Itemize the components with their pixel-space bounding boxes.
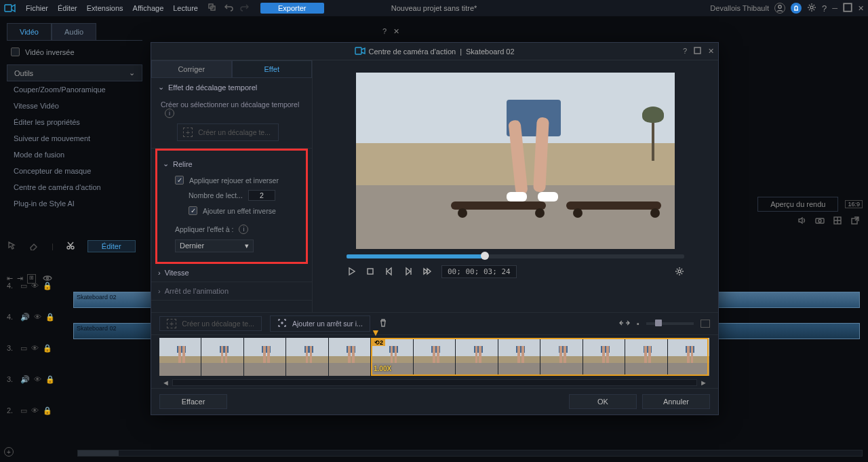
eye-icon[interactable]: 👁 [34,375,41,384]
select-icon[interactable] [7,241,16,252]
tab-effet[interactable]: Effet [232,60,313,78]
user-name: Devallois Thibault [710,4,769,12]
popout-icon[interactable] [850,216,860,227]
tool-aistyle[interactable]: Plug-in de Style AI [7,195,142,212]
tool-actioncam[interactable]: Centre de caméra d'action [7,179,142,195]
section-timeshift[interactable]: ⌄Effet de décalage temporel [151,78,312,96]
collapse-right-icon[interactable]: ⇥ [17,274,23,283]
replay-apply-checkbox[interactable] [175,176,184,185]
stop-icon[interactable] [366,267,375,277]
tool-blend[interactable]: Mode de fusion [7,147,142,163]
export-button[interactable]: Exporter [260,3,324,14]
aspect-badge[interactable]: 16:9 [845,200,863,208]
scrub-bar[interactable] [347,254,684,258]
prev-frame-icon[interactable] [384,267,394,277]
panel-help-icon[interactable]: ? [382,27,387,36]
cut-icon[interactable] [66,241,75,252]
tool-track[interactable]: Suiveur de mouvement [7,130,142,147]
video-track-icon: ▭ [20,406,27,415]
thumbnail-strip[interactable] [159,338,710,376]
layers-icon[interactable] [208,3,217,14]
replay-count-field[interactable]: 2 [248,190,275,201]
menu-view[interactable]: Affichage [133,4,164,12]
add-freeze-button[interactable]: Ajouter un arrêt sur i... [270,315,370,332]
apply-to-select[interactable]: Dernier▾ [175,239,254,252]
scroll-left-icon[interactable]: ◄ [159,379,172,387]
info-icon[interactable]: i [165,109,174,118]
cancel-button[interactable]: Annuler [642,394,710,409]
chevron-down-icon: ⌄ [163,159,169,168]
reverse-effect-checkbox[interactable] [189,206,197,215]
lock-icon[interactable]: 🔒 [45,375,55,384]
tab-corriger[interactable]: Corriger [151,60,232,78]
play-icon[interactable] [347,267,356,277]
collapse-left-icon[interactable]: ⇤ [7,274,13,283]
grid-icon[interactable] [833,216,842,227]
redo-icon[interactable] [240,3,250,14]
help-icon[interactable]: ? [822,3,827,14]
create-timeshift-button[interactable]: +Créer un décalage te... [177,123,279,141]
apply-to-label: Appliquer l'effet à : [175,225,233,233]
minimize-icon[interactable]: ─ [832,4,837,12]
timecode[interactable]: 00; 00; 03; 24 [441,265,517,278]
eye-row-icon[interactable] [43,274,52,284]
dialog-max-icon[interactable] [694,47,701,56]
timeline-scrollbar[interactable] [77,450,863,457]
bell-icon[interactable] [791,3,802,14]
lock-icon[interactable]: 🔒 [45,313,55,322]
tools-header[interactable]: Outils ⌄ [7,64,142,81]
tool-mask[interactable]: Concepteur de masque [7,163,142,179]
tab-video[interactable]: Vidéo [7,23,52,40]
render-preview-button[interactable]: Aperçu du rendu [757,197,838,212]
user-icon[interactable] [774,3,785,14]
dialog-logo-icon [355,47,366,56]
eye-icon[interactable]: 👁 [31,406,39,415]
menu-edit[interactable]: Éditer [58,4,77,12]
section-freeze[interactable]: ›Arrêt de l'animation [151,282,312,300]
fit-icon[interactable] [619,319,630,328]
scrub-thumb[interactable] [481,252,489,260]
create-shift-button-2[interactable]: +Créer un décalage te... [159,316,262,331]
volume-icon[interactable] [797,216,807,227]
menu-play[interactable]: Lecture [173,4,198,12]
lock-icon[interactable]: 🔒 [43,344,52,353]
zoom-out-icon[interactable]: ▪ [637,320,639,328]
zoom-fit-icon[interactable] [701,320,710,328]
svg-rect-5 [844,3,851,11]
section-replay[interactable]: ⌄Relire [163,155,300,173]
gear-icon[interactable] [675,267,684,277]
eye-icon[interactable]: 👁 [34,313,41,322]
snap-icon[interactable]: ⊞ [27,274,36,284]
dialog-help-icon[interactable]: ? [683,47,687,56]
lock-icon[interactable]: 🔒 [43,406,52,415]
panel-close-icon[interactable]: ✕ [393,27,399,36]
fast-forward-icon[interactable] [422,267,432,277]
eraser-icon[interactable] [28,241,39,252]
add-track-icon[interactable]: + [4,447,14,457]
undo-icon[interactable] [224,3,233,14]
zoom-slider[interactable] [646,322,694,325]
svg-rect-13 [355,47,361,54]
thumb-scrollbar[interactable] [172,379,697,386]
dialog-close-icon[interactable]: ✕ [708,47,714,56]
camera-icon[interactable] [815,216,825,227]
tool-speed[interactable]: Vitesse Vidéo [7,98,142,114]
clear-button[interactable]: Effacer [159,394,227,409]
menu-file[interactable]: Fichier [26,4,48,12]
tab-audio[interactable]: Audio [52,23,96,40]
tool-crop[interactable]: Couper/Zoom/Panoramique [7,81,142,98]
gear-icon[interactable] [807,3,816,14]
menu-ext[interactable]: Extensions [87,4,123,12]
ok-button[interactable]: OK [569,394,637,409]
scroll-right-icon[interactable]: ► [697,379,710,387]
next-frame-icon[interactable] [403,267,413,277]
playhead-marker[interactable]: ▼ [371,327,380,338]
close-icon[interactable]: ✕ [858,4,864,13]
section-speed[interactable]: ›Vitesse [151,264,312,282]
edit-button[interactable]: Éditer [87,240,136,252]
maximize-icon[interactable] [843,3,852,14]
tool-props[interactable]: Éditer les propriétés [7,114,142,130]
eye-icon[interactable]: 👁 [31,344,39,353]
info-icon[interactable]: i [239,225,248,234]
reverse-checkbox[interactable] [11,47,20,56]
